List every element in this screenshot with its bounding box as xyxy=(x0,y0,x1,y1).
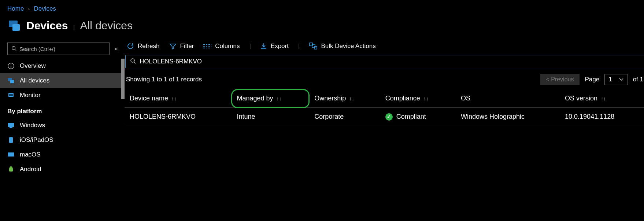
refresh-button[interactable]: Refresh xyxy=(127,43,160,50)
pager: < Previous Page 1 of 1 xyxy=(540,74,644,85)
sidebar-item-all-devices[interactable]: All devices xyxy=(0,73,125,88)
sidebar-item-android[interactable]: Android xyxy=(0,162,125,177)
breadcrumb-devices[interactable]: Devices xyxy=(34,5,56,12)
toolbar-label: Export xyxy=(271,43,289,50)
svg-rect-8 xyxy=(10,80,14,83)
columns-button[interactable]: Columns xyxy=(203,43,240,50)
breadcrumb-home[interactable]: Home xyxy=(7,5,24,12)
sidebar-item-overview[interactable]: Overview xyxy=(0,59,125,73)
cell-os: Windows Holographic xyxy=(456,108,560,126)
col-compliance[interactable]: Compliance ↑↓ xyxy=(380,89,456,108)
cell-compliance: ✓ Compliant xyxy=(380,108,456,126)
col-managed-by[interactable]: Managed by ↑↓ xyxy=(232,89,309,108)
toolbar-label: Columns xyxy=(215,43,240,50)
col-os-version[interactable]: OS version ↑↓ xyxy=(560,89,644,108)
scrollbar-thumb[interactable] xyxy=(121,59,125,99)
cell-ownership: Corporate xyxy=(309,108,380,126)
filter-input[interactable]: HOLOLENS-6RMKVO xyxy=(125,55,644,68)
svg-line-3 xyxy=(15,49,16,51)
export-icon xyxy=(260,43,267,50)
sort-icon: ↑↓ xyxy=(601,96,606,102)
sidebar-item-monitor[interactable]: Monitor xyxy=(0,88,125,103)
page-label: Page xyxy=(585,76,599,83)
sort-icon: ↑↓ xyxy=(277,96,282,102)
svg-rect-6 xyxy=(11,66,11,68)
sidebar: Search (Ctrl+/) « Overview All devices xyxy=(0,40,125,177)
svg-rect-11 xyxy=(8,123,14,127)
check-icon: ✓ xyxy=(385,113,393,121)
bulk-actions-button[interactable]: Bulk Device Actions xyxy=(309,43,375,50)
svg-rect-10 xyxy=(9,94,13,96)
sidebar-item-label: All devices xyxy=(20,77,49,84)
devices-table: Device name ↑↓ Managed by ↑↓ Ownership ↑… xyxy=(125,89,644,126)
page-title-main: Devices xyxy=(26,19,68,32)
sidebar-item-label: iOS/iPadOS xyxy=(20,136,53,144)
page-title: Devices | All devices xyxy=(26,19,133,32)
sidebar-heading-platform: By platform xyxy=(0,103,125,118)
sort-icon: ↑↓ xyxy=(423,96,429,102)
toolbar-separator: | xyxy=(298,43,300,50)
col-ownership[interactable]: Ownership ↑↓ xyxy=(309,89,380,108)
macos-icon xyxy=(7,151,15,158)
svg-line-26 xyxy=(134,62,136,63)
android-icon xyxy=(7,166,15,173)
cell-managed-by: Intune xyxy=(232,108,309,126)
devices-small-icon xyxy=(7,77,15,84)
records-text: Showing 1 to 1 of 1 records xyxy=(126,76,202,83)
sidebar-item-macos[interactable]: macOS xyxy=(0,147,125,162)
sidebar-item-label: Windows xyxy=(20,122,45,129)
cell-device-name: HOLOLENS-6RMKVO xyxy=(125,108,232,126)
page-value: 1 xyxy=(608,76,612,83)
page-title-sub: All devices xyxy=(80,19,133,32)
svg-rect-1 xyxy=(12,24,20,31)
filter-button[interactable]: Filter xyxy=(169,43,194,50)
refresh-icon xyxy=(127,43,134,50)
sidebar-item-ios[interactable]: iOS/iPadOS xyxy=(0,133,125,147)
sidebar-item-label: Android xyxy=(20,166,41,173)
svg-point-5 xyxy=(11,65,11,65)
col-device-name[interactable]: Device name ↑↓ xyxy=(125,89,232,108)
columns-icon xyxy=(203,43,211,49)
page-select[interactable]: 1 xyxy=(604,74,628,85)
windows-icon xyxy=(7,122,15,129)
search-icon xyxy=(11,46,16,52)
breadcrumb: Home › Devices xyxy=(0,0,644,16)
title-separator: | xyxy=(73,24,75,30)
toolbar-label: Bulk Device Actions xyxy=(321,43,375,50)
previous-button[interactable]: < Previous xyxy=(540,74,580,85)
monitor-icon xyxy=(7,92,15,99)
search-icon xyxy=(130,58,136,66)
info-icon xyxy=(7,62,15,70)
col-os[interactable]: OS xyxy=(456,89,560,108)
sidebar-item-windows[interactable]: Windows xyxy=(0,118,125,133)
bulk-icon xyxy=(309,43,317,50)
sidebar-search-input[interactable]: Search (Ctrl+/) xyxy=(7,43,110,55)
toolbar: Refresh Filter Columns | Export xyxy=(125,43,644,55)
svg-point-17 xyxy=(10,166,12,169)
ios-icon xyxy=(7,136,15,144)
table-row[interactable]: HOLOLENS-6RMKVO Intune Corporate ✓ Compl… xyxy=(125,108,644,126)
svg-point-2 xyxy=(12,46,15,49)
svg-rect-14 xyxy=(8,152,14,156)
sidebar-item-label: Overview xyxy=(20,62,46,70)
svg-point-25 xyxy=(131,59,134,62)
toolbar-label: Refresh xyxy=(138,43,160,50)
sort-icon: ↑↓ xyxy=(349,96,354,102)
chevron-right-icon: › xyxy=(28,5,30,12)
devices-icon xyxy=(7,18,22,33)
filter-input-value: HOLOLENS-6RMKVO xyxy=(140,58,202,65)
sidebar-item-label: Monitor xyxy=(20,92,41,99)
collapse-sidebar-button[interactable]: « xyxy=(113,44,119,54)
page-title-row: Devices | All devices xyxy=(0,16,644,40)
sort-icon: ↑↓ xyxy=(171,96,177,102)
toolbar-separator: | xyxy=(249,43,251,50)
svg-rect-12 xyxy=(10,127,12,128)
svg-rect-13 xyxy=(9,137,13,143)
sidebar-item-label: macOS xyxy=(20,151,41,158)
main-content: Refresh Filter Columns | Export xyxy=(125,40,644,177)
svg-rect-15 xyxy=(8,156,14,157)
of-text: of 1 xyxy=(633,76,643,83)
sidebar-search-placeholder: Search (Ctrl+/) xyxy=(19,46,55,52)
cell-os-version: 10.0.19041.1128 xyxy=(560,108,644,126)
export-button[interactable]: Export xyxy=(260,43,289,50)
